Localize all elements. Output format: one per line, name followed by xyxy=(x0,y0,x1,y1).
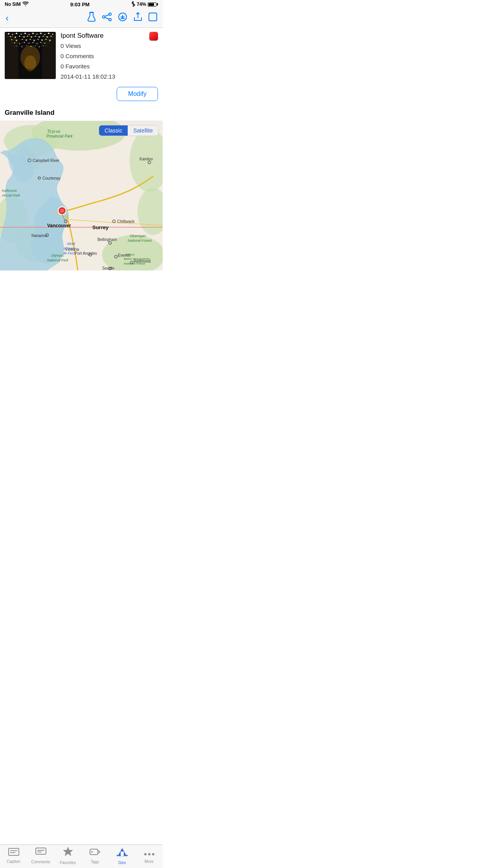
photo-info-row: Ipont Software 0 Views 0 Comments 0 Favo… xyxy=(0,28,163,105)
comments-stat: 0 Comments xyxy=(61,51,158,61)
svg-point-38 xyxy=(39,36,40,38)
svg-text:Vancouver: Vancouver xyxy=(47,223,71,228)
svg-point-39 xyxy=(43,36,44,37)
svg-text:Baker-Snoqualmie: Baker-Snoqualmie xyxy=(124,257,150,261)
red-badge-icon xyxy=(149,32,158,40)
photo-thumbnail[interactable] xyxy=(5,32,56,79)
svg-point-44 xyxy=(16,40,17,41)
views-stat: 0 Views xyxy=(61,41,158,51)
svg-point-22 xyxy=(24,33,26,34)
status-left: No SIM xyxy=(5,2,29,7)
svg-point-65 xyxy=(26,45,27,46)
svg-line-4 xyxy=(105,15,109,17)
map-toggle[interactable]: Classic Satellite xyxy=(99,125,159,136)
svg-point-20 xyxy=(16,33,17,34)
svg-marker-13 xyxy=(42,32,56,79)
classic-view-button[interactable]: Classic xyxy=(99,125,128,136)
share-icon[interactable] xyxy=(102,13,112,24)
svg-point-54 xyxy=(14,42,15,44)
svg-text:Strait: Strait xyxy=(67,242,75,246)
modify-button[interactable]: Modify xyxy=(117,87,158,101)
svg-point-36 xyxy=(31,36,32,38)
status-right: 74% xyxy=(131,1,158,8)
map-canvas: Campbell River Courtenay Vancouver Nanai… xyxy=(0,121,163,270)
nav-icons xyxy=(87,12,157,24)
svg-point-50 xyxy=(41,39,43,41)
svg-point-58 xyxy=(33,42,34,43)
date-stat: 2014-01-11 18:02:13 xyxy=(61,72,158,81)
svg-point-57 xyxy=(29,43,30,44)
svg-point-67 xyxy=(35,45,36,46)
window-icon[interactable] xyxy=(149,13,157,24)
svg-line-5 xyxy=(105,18,109,19)
svg-point-59 xyxy=(37,43,38,44)
svg-point-64 xyxy=(22,46,23,48)
info-section: Ipont Software 0 Views 0 Comments 0 Favo… xyxy=(61,32,158,101)
svg-text:of Juan: of Juan xyxy=(64,246,75,250)
svg-point-41 xyxy=(51,36,52,37)
battery-pct: 74% xyxy=(137,2,146,7)
svg-point-31 xyxy=(10,36,11,37)
satellite-view-button[interactable]: Satellite xyxy=(128,125,158,136)
svg-rect-10 xyxy=(149,13,157,21)
svg-text:National Forest: National Forest xyxy=(128,239,152,243)
svg-point-66 xyxy=(31,46,32,47)
favorites-stat: 0 Favorites xyxy=(61,62,158,71)
svg-text:National Park: National Park xyxy=(47,258,69,262)
wifi-icon xyxy=(22,2,29,7)
svg-point-28 xyxy=(48,33,50,34)
flask-icon[interactable] xyxy=(87,12,96,24)
svg-text:Seattle: Seattle xyxy=(102,266,115,270)
svg-point-61 xyxy=(44,43,46,44)
svg-point-37 xyxy=(35,36,36,37)
upload-icon[interactable] xyxy=(134,12,142,24)
svg-point-56 xyxy=(24,42,25,43)
svg-point-18 xyxy=(8,33,9,35)
svg-point-2 xyxy=(109,18,111,21)
svg-text:de Fuca: de Fuca xyxy=(63,251,76,255)
svg-point-24 xyxy=(32,33,34,34)
svg-point-40 xyxy=(46,36,48,38)
svg-point-21 xyxy=(21,34,22,35)
add-icon[interactable] xyxy=(118,12,127,24)
svg-point-51 xyxy=(46,39,47,40)
carrier-label: No SIM xyxy=(5,2,21,7)
back-button[interactable]: ‹ xyxy=(6,13,9,24)
svg-point-1 xyxy=(109,13,111,15)
status-bar: No SIM 9:03 PM 74% xyxy=(0,0,163,9)
svg-text:Mount: Mount xyxy=(126,253,135,256)
photo-title: Ipont Software xyxy=(61,32,104,40)
svg-text:Ts'yl-os: Ts'yl-os xyxy=(47,129,60,134)
svg-text:Olympic: Olympic xyxy=(51,254,64,257)
svg-text:Surrey: Surrey xyxy=(92,224,109,230)
svg-point-19 xyxy=(12,34,13,35)
svg-point-84 xyxy=(60,209,64,213)
svg-text:Provincial Park: Provincial Park xyxy=(46,134,73,138)
svg-text:Courtenay: Courtenay xyxy=(42,176,61,180)
svg-point-49 xyxy=(38,39,39,40)
svg-point-55 xyxy=(19,43,20,44)
svg-point-48 xyxy=(33,40,35,41)
svg-point-69 xyxy=(43,45,44,46)
svg-point-29 xyxy=(52,34,53,35)
svg-text:Port Angeles: Port Angeles xyxy=(75,251,97,256)
svg-point-35 xyxy=(27,36,28,37)
svg-text:vincial Park: vincial Park xyxy=(2,193,20,197)
svg-point-68 xyxy=(39,46,40,48)
svg-text:Chilliwack: Chilliwack xyxy=(117,219,135,224)
nav-bar: ‹ xyxy=(0,9,163,28)
map-section[interactable]: Classic Satellite xyxy=(0,121,163,270)
svg-point-25 xyxy=(37,34,38,35)
location-name: Granville Island xyxy=(0,105,163,121)
svg-text:Victoria: Victoria xyxy=(63,121,77,122)
svg-text:trathcona: trathcona xyxy=(2,189,17,193)
svg-point-26 xyxy=(40,33,42,34)
svg-point-43 xyxy=(11,39,13,40)
status-time: 9:03 PM xyxy=(70,2,90,7)
svg-marker-12 xyxy=(5,32,18,79)
svg-point-45 xyxy=(22,39,23,40)
svg-text:National Forest: National Forest xyxy=(124,262,145,265)
svg-point-23 xyxy=(29,34,30,35)
battery-icon xyxy=(148,2,158,7)
svg-text:Campbell River: Campbell River xyxy=(33,158,60,163)
